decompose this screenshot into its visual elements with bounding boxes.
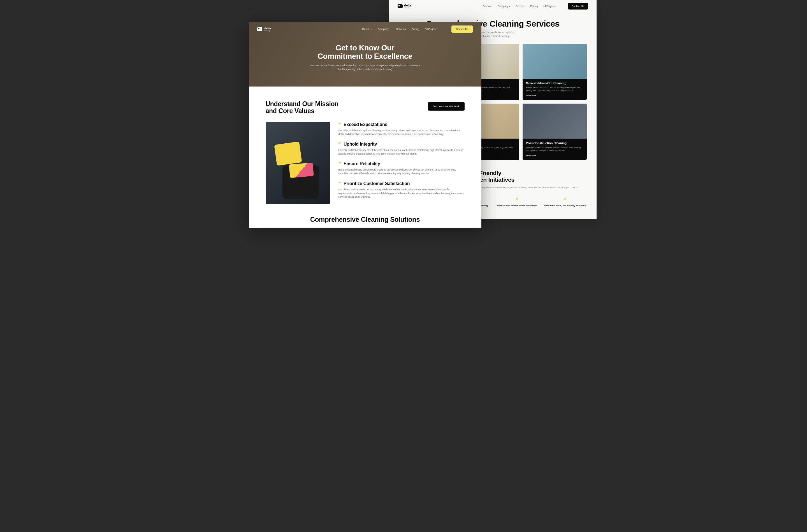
value-number: 02 [338, 142, 341, 145]
logo[interactable]: delta cleaning [398, 4, 411, 9]
value-number: 01 [338, 122, 341, 125]
service-card[interactable]: Post-Construction Cleaning After renovat… [522, 103, 587, 160]
brand-name: delta [264, 27, 271, 30]
service-card-image [522, 103, 587, 139]
mission-image [265, 122, 330, 204]
chevron-down-icon: ▾ [492, 5, 493, 7]
read-more-link[interactable]: Read More [526, 154, 583, 157]
chevron-down-icon: ▾ [371, 28, 372, 30]
solutions-section: Comprehensive Cleaning Solutions [249, 213, 481, 228]
nav-back: Demos ▾ Company ▾ Services Pricing All P… [483, 5, 555, 7]
nav-pricing[interactable]: Pricing [411, 28, 419, 31]
sparkle-icon: ✨ [563, 198, 568, 203]
value-title: Exceed Expectations [344, 122, 387, 127]
eco-item: 💡 Recycle and reduce waste effectively [495, 198, 538, 210]
eco-item: ✨ Seek innovative, eco-friendly solution… [544, 198, 587, 210]
nav-services[interactable]: Services [515, 5, 525, 7]
mission-title: Understand Our Missionand Core Values [265, 100, 338, 115]
bulb-icon: 💡 [514, 198, 519, 203]
logo[interactable]: delta cleaning [257, 27, 271, 32]
discover-button[interactable]: Discover How We Work [428, 102, 464, 111]
header-front: delta cleaning Demos▾ Company▾ Services … [249, 22, 481, 36]
value-item: 02 Uphold Integrity Honesty and transpar… [338, 142, 464, 156]
service-card-image [522, 44, 587, 79]
value-item: 04 Prioritize Customer Satisfaction Our … [338, 181, 464, 199]
value-item: 01 Exceed Expectations We strive to deli… [338, 122, 464, 136]
read-more-link[interactable]: Read More [526, 94, 583, 97]
logo-icon [257, 27, 262, 31]
nav-services[interactable]: Services [396, 28, 406, 31]
chevron-down-icon: ▾ [509, 5, 510, 7]
about-page: delta cleaning Demos▾ Company▾ Services … [249, 22, 481, 228]
service-card[interactable]: Move-In/Move-Out Cleaning Ensure a smoot… [522, 44, 587, 100]
nav-pricing[interactable]: Pricing [530, 5, 538, 7]
nav-demos[interactable]: Demos▾ [362, 28, 372, 31]
nav-allpages[interactable]: All Pages▾ [425, 28, 437, 31]
value-desc: Being dependable and consistent is cruci… [338, 168, 464, 175]
nav-allpages[interactable]: All Pages ▾ [543, 5, 555, 7]
value-item: 03 Ensure Reliability Being dependable a… [338, 161, 464, 175]
value-title: Uphold Integrity [344, 142, 377, 147]
value-desc: Honesty and transparency are at the core… [338, 148, 464, 156]
header-back: delta cleaning Demos ▾ Company ▾ Service… [389, 0, 597, 12]
contact-button[interactable]: Contact Us [452, 25, 473, 33]
brand-tagline: cleaning [264, 30, 271, 32]
hero-subtitle: Discover our dedication to superior clea… [309, 64, 421, 71]
hero-section: delta cleaning Demos▾ Company▾ Services … [249, 22, 481, 87]
solutions-title: Comprehensive Cleaning Solutions [265, 215, 464, 224]
nav-company[interactable]: Company ▾ [498, 5, 510, 7]
service-card-title: Move-In/Move-Out Cleaning [526, 81, 583, 85]
chevron-down-icon: ▾ [389, 28, 391, 30]
values-list: 01 Exceed Expectations We strive to deli… [338, 122, 464, 205]
value-desc: We strive to deliver exceptional cleanin… [338, 129, 464, 136]
hero-title: Get to Know OurCommitment to Excellence [271, 44, 459, 60]
chevron-down-icon: ▾ [436, 28, 437, 30]
value-title: Ensure Reliability [344, 161, 380, 166]
service-card-title: Post-Construction Cleaning [526, 141, 583, 145]
mission-section: Understand Our Missionand Core Values Di… [249, 87, 481, 213]
brand-tagline: cleaning [404, 7, 411, 9]
brand-name: delta [404, 4, 411, 7]
nav-front: Demos▾ Company▾ Services Pricing All Pag… [362, 28, 437, 31]
service-card-desc: Ensure a smooth transition with our thor… [526, 86, 583, 92]
nav-demos[interactable]: Demos ▾ [483, 5, 493, 7]
value-title: Prioritize Customer Satisfaction [344, 181, 410, 186]
value-number: 03 [338, 161, 341, 164]
nav-company[interactable]: Company▾ [378, 28, 391, 31]
logo-icon [398, 4, 403, 8]
value-number: 04 [338, 181, 341, 184]
service-card-desc: After renovations, our services remove d… [526, 146, 583, 152]
contact-button[interactable]: Contact Us [568, 3, 588, 10]
chevron-down-icon: ▾ [554, 5, 555, 7]
value-desc: Our clients' satisfaction is our top pri… [338, 188, 464, 199]
